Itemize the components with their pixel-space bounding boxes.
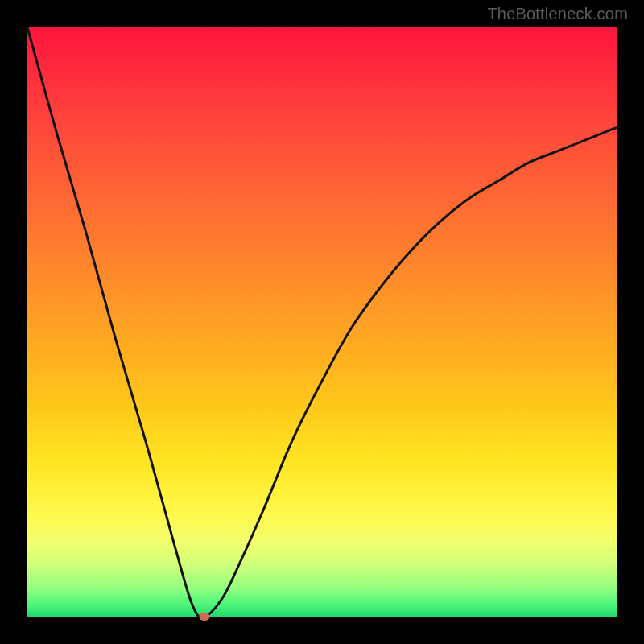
curve-svg xyxy=(27,27,617,617)
plot-area xyxy=(27,27,617,617)
minimum-marker xyxy=(199,613,209,621)
bottleneck-curve xyxy=(27,27,617,617)
chart-frame: TheBottleneck.com xyxy=(0,0,644,644)
watermark-text: TheBottleneck.com xyxy=(487,5,628,23)
